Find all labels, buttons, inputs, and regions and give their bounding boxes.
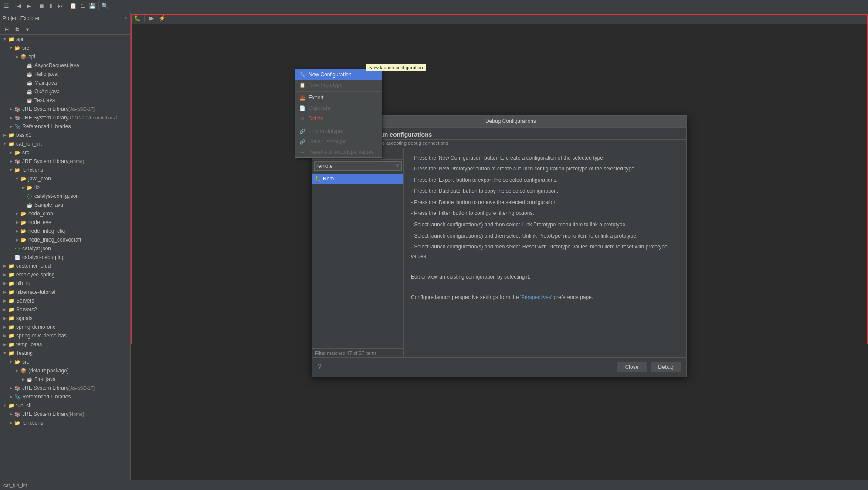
arrow-icon: ▶ [2,307,8,312]
tree-item-test[interactable]: ☕ Test.java [0,96,130,105]
folder-icon: 📁 [8,297,15,304]
top-toolbar: ☰ ◀ ▶ ◼ ⏸ ⏭ 📋 🗂 💾 🔍 [0,0,868,12]
tree-item-basic1[interactable]: ▶ 📁 basic1 [0,131,130,140]
tree-item-okapi[interactable]: ☕ OkApi.java [0,87,130,96]
tree-item-testing-jre[interactable]: ▶ 📚 JRE System Library [JavaSE-17] [0,384,130,392]
arrow-icon: ▶ [2,299,8,303]
context-menu-export[interactable]: 📤 Export... [295,92,382,103]
help-icon[interactable]: ? [318,363,322,371]
context-menu-separator-1 [295,91,382,92]
tree-item-async[interactable]: ☕ AsyncRequest.java [0,61,130,70]
tree-item-customer-crud[interactable]: ▶ 📁 customer_crud [0,262,130,270]
perspectives-link[interactable]: 'Perspectives' [520,294,552,300]
tree-item-tun-jre[interactable]: ▶ 📚 JRE System Library [Home] [0,410,130,419]
unlink-prototype-icon: 🔗 [299,138,306,145]
tree-item-spring-mvc-demo-bas[interactable]: ▶ 📁 spring-mvc-demo-bas [0,331,130,340]
tree-item-api-pkg[interactable]: ▶ 📦 api [0,52,130,61]
delete-label: Delete [309,116,324,122]
src-folder-icon: 📂 [14,44,21,51]
tree-item-spring-demo-one[interactable]: ▶ 📁 spring-demo-one [0,323,130,331]
more-icon[interactable]: ⋮ [34,25,42,34]
tree-item-testing-src[interactable]: ▼ 📂 src [0,357,130,366]
tree-item-node-integ-cliq[interactable]: ▶ 📂 node_integ_cliq [0,227,130,235]
folder-icon[interactable]: 🗂 [78,2,87,10]
tree-item-catalyst-config[interactable]: { } catalyst-config.json [0,192,130,201]
arrow-icon: ▶ [8,159,14,163]
filter-icon[interactable]: ▼ [23,25,32,34]
folder-icon: 📁 [8,323,15,330]
close-button[interactable]: Close [617,362,647,372]
tree-item-tun-cli[interactable]: ▼ 📁 tun_cli [0,401,130,410]
new-config-label: New Configuration [309,71,352,78]
ref-libs-icon: 📎 [14,393,21,400]
tree-item-tun-functions[interactable]: ▶ 📂 functions [0,419,130,427]
tree-item-cat-tun-int[interactable]: ▼ 📁 cat_tun_int [0,140,130,148]
debug-button[interactable]: Debug [651,362,681,372]
context-menu-reset-prototype: ↩ Reset with Prototype Values [295,147,382,157]
tree-item-node-cron[interactable]: ▶ 📂 node_cron [0,209,130,218]
tree-item-api[interactable]: ▼ 📁 api [0,35,130,44]
tree-item-cat-jre[interactable]: ▶ 📚 JRE System Library [Home] [0,157,130,166]
tree-item-first-java[interactable]: ▶ ☕ First.java [0,375,130,384]
config-search-input[interactable] [316,163,395,169]
tree-item-main[interactable]: ☕ Main.java [0,78,130,87]
tree-item-default-pkg[interactable]: ▶ 📦 (default package) [0,366,130,375]
copy-icon[interactable]: 📋 [69,2,78,10]
tree-item-java-cron[interactable]: ▼ 📂 java_cron [0,174,130,183]
tree-item-cat-src[interactable]: ▶ 📂 src [0,148,130,157]
tree-item-testing[interactable]: ▼ 📁 Testing [0,349,130,357]
instruction-edit: Edit or view an existing configuration b… [411,272,679,282]
tree-item-functions[interactable]: ▼ 📂 functions [0,166,130,174]
tree-item-signals[interactable]: ▶ 📁 signals [0,314,130,323]
tree-item-testing-reflibs[interactable]: ▶ 📎 Referenced Libraries [0,392,130,401]
arrow-icon: ▶ [2,316,8,320]
tree-item-reflibs[interactable]: ▶ 📎 Referenced Libraries [0,122,130,131]
step-icon[interactable]: ⏭ [56,2,65,10]
tree-item-servers2[interactable]: ▶ 📁 Servers2 [0,305,130,314]
search-clear-btn[interactable]: ✕ [395,163,400,169]
menu-icon[interactable]: ☰ [2,2,11,10]
tree-item-src[interactable]: ▼ 📂 src [0,44,130,52]
tree-item-hib-tut[interactable]: ▶ 📁 hib_tut [0,279,130,288]
reset-prototype-icon: ↩ [299,149,306,156]
tree-item-servers[interactable]: ▶ 📁 Servers [0,296,130,305]
tree-item-employee-spring[interactable]: ▶ 📁 employee-spring [0,270,130,279]
folder-icon: 📁 [8,341,15,348]
arrow-icon: ▶ [20,185,26,190]
folder-icon: 📁 [8,36,15,43]
tree-item-catalyst-debug[interactable]: 📄 catalyst-debug.log [0,253,130,262]
search-icon[interactable]: 🔍 [101,2,109,10]
tree-item-sample[interactable]: ☕ Sample.java [0,201,130,209]
forward-icon[interactable]: ▶ [24,2,33,10]
tree-item-node-eve[interactable]: ▶ 📂 node_eve [0,218,130,227]
folder-icon: 📁 [8,350,15,357]
arrow-icon: ▶ [2,333,8,338]
back-icon[interactable]: ◀ [15,2,24,10]
instruction-1: - Press the 'New Configuration' button t… [411,153,679,163]
jre-icon: 📚 [14,105,21,112]
tree-item-hello[interactable]: ☕ Hello.java [0,70,130,78]
folder-icon: 📂 [26,184,33,191]
dialog-tree-item-remote[interactable]: 🐛 Rem... [312,174,403,184]
sidebar-close-btn[interactable]: ✕ [124,15,128,21]
tree-item-lib[interactable]: ▶ 📂 lib [0,183,130,192]
tree-item-temp-baas[interactable]: ▶ 📁 temp_baas [0,340,130,349]
link-editor-icon[interactable]: ⇆ [13,25,21,34]
save-icon[interactable]: 💾 [88,2,97,10]
arrow-icon: ▶ [14,368,20,373]
new-prototype-label: New Prototype [309,82,343,88]
tree-item-node-integ-cc[interactable]: ▶ 📂 node_integ_convocraft [0,235,130,244]
tree-item-hibernate-tutorial[interactable]: ▶ 📁 hibernate-tutorial [0,288,130,296]
pause-icon[interactable]: ⏸ [47,2,55,10]
stop-icon[interactable]: ◼ [37,2,46,10]
tree-item-jre-cdc[interactable]: ▶ 📚 JRE System Library [CDC-1.0/Foundati… [0,113,130,122]
java-file-icon: ☕ [26,201,33,208]
sidebar-toolbar: ⊟ ⇆ ▼ ⋮ [0,24,130,35]
folder-icon: 📁 [8,315,15,322]
tree-item-catalyst-json[interactable]: { } catalyst.json [0,244,130,253]
collapse-icon[interactable]: ⊟ [2,25,11,34]
instruction-9: - Select launch configuration(s) and the… [411,242,679,261]
instruction-7: - Select launch configuration(s) and the… [411,220,679,230]
instruction-2: - Press the 'New Prototype' button to cr… [411,164,679,174]
tree-item-jre17[interactable]: ▶ 📚 JRE System Library [JavaSE-17] [0,105,130,113]
